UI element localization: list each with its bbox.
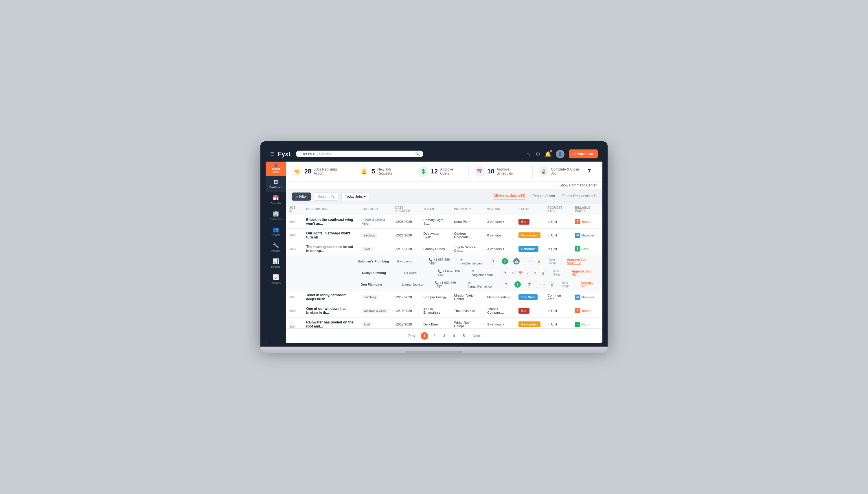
sidebar-item-tenant-jobs[interactable]: 👤 TenantJobs xyxy=(266,162,286,176)
tenants-icon: 👥 xyxy=(273,226,279,233)
dollar-icon[interactable]: $ xyxy=(514,281,521,288)
filter-by-button[interactable]: Filter by ▾ xyxy=(300,152,317,156)
sidebar-item-properties[interactable]: 🏢 Properties xyxy=(266,208,286,224)
table-row: 6066 Toilet in lobby bathroom keeps flus… xyxy=(286,290,602,304)
new-requests-icon: 🔔 xyxy=(359,166,369,177)
cell-status: Site Visit xyxy=(515,290,544,304)
col-status: STATUS xyxy=(515,204,544,215)
hamburger-icon[interactable]: ☰ xyxy=(270,151,274,157)
filter-button[interactable]: ≡ Filter xyxy=(292,192,311,201)
dollar-icon[interactable]: $ xyxy=(502,258,508,265)
cell-date: 12/18/2020 xyxy=(392,242,420,255)
next-page-button[interactable]: Next → xyxy=(470,332,487,339)
tab-all-active-jobs[interactable]: All Active Jobs (35) xyxy=(494,194,525,200)
table-row: 6065 One of our windows has broken in th… xyxy=(286,304,602,317)
calendar-action-icon[interactable]: 📅 xyxy=(513,258,520,265)
today-jobs-button[interactable]: Today Jobs ▾ xyxy=(341,192,370,201)
approve-site-visit-link[interactable]: Approve Site Visit xyxy=(572,269,599,276)
checkmark-icon[interactable]: ✓ xyxy=(521,258,527,265)
sidebar-item-vendors[interactable]: 🔧 Vendors xyxy=(266,239,286,255)
cell-description: E-lock in the southeast wing won't ac... xyxy=(303,215,358,228)
cell-category: Windows & Glass xyxy=(358,304,392,317)
stat-jobs-requiring-action[interactable]: 👋 28 Jobs Requiring Action xyxy=(292,165,353,178)
prev-page-button[interactable]: ← Prev xyxy=(401,332,418,339)
col-vendor: VENDOR xyxy=(484,204,515,215)
search-toolbar[interactable]: Search 🔍 xyxy=(314,192,339,201)
jobs-table-container: JOB ID DESCRIPTION CATEGORY DATE CREATED… xyxy=(286,204,602,328)
notifications-icon[interactable]: 🔔 xyxy=(545,151,551,157)
calendar-action-icon[interactable]: 📅 xyxy=(526,281,532,288)
stats-bar: 👋 28 Jobs Requiring Action 🔔 5 New Job R… xyxy=(286,162,602,182)
sidebar-item-dashboard[interactable]: ⊞ Dashboard xyxy=(266,176,286,192)
cell-job-id: 6066 xyxy=(286,290,303,304)
page-number-1[interactable]: 1 xyxy=(421,332,428,340)
status-requested-button[interactable]: Requested xyxy=(519,232,541,238)
cell-vendor: Meier Plumbing xyxy=(484,290,515,304)
page-number-4[interactable]: 4 xyxy=(450,332,458,340)
cell-vendor: 3 vendors▾ xyxy=(484,242,515,255)
pin-icon[interactable]: 📍 xyxy=(503,281,509,288)
approve-bid-link[interactable]: Approve Bid xyxy=(580,281,599,288)
approve-job-schedule-link[interactable]: Approve Job Schedule xyxy=(567,258,599,265)
tabs-right: All Active Jobs (35) Require Action Tena… xyxy=(494,194,597,200)
vendor-expanded-row-1: Soloman's Plumbing Ray Lewis 📞 +1 657-88… xyxy=(286,255,602,267)
vendor-action-icons: 📍 — $ — 📅 ✓ ✎ 🔒 xyxy=(490,258,542,265)
status-requested-button[interactable]: Requested xyxy=(519,321,541,327)
cell-date: 12/15/2020 xyxy=(392,304,420,317)
cell-category: Doors & Locks & Keys xyxy=(358,215,392,228)
settings-icon[interactable]: ⚙ xyxy=(536,151,540,157)
checkmark-icon[interactable]: ✓ xyxy=(534,281,540,288)
page-number-5[interactable]: 5 xyxy=(460,332,468,340)
stat-number-complete-close: 7 xyxy=(587,168,591,175)
pin-icon[interactable]: 📍 xyxy=(502,270,508,276)
command-center-bar: ⌄ Show Command Center xyxy=(286,182,602,189)
lock-action-icon[interactable]: 🔒 xyxy=(540,270,546,276)
pin-icon[interactable]: 📍 xyxy=(490,258,496,265)
sidebar-item-reports[interactable]: 📊 Reports xyxy=(266,255,286,271)
search-bar[interactable]: Filter by ▾ 🔍 xyxy=(296,151,423,157)
cell-property: Toyota Service Cen... xyxy=(451,242,484,255)
cell-tenant: Ad Lib Enterprises xyxy=(420,304,451,317)
calendar-action-icon[interactable]: 📅 xyxy=(517,270,523,276)
edit-icon[interactable]: ✎ xyxy=(528,258,535,265)
stat-approve-schedules[interactable]: 📅 10 Approve Schedules xyxy=(469,165,532,178)
stat-label-jobs-action: Jobs Requiring Action xyxy=(314,167,347,175)
avatar[interactable]: 👤 xyxy=(556,150,564,158)
stat-approve-costs[interactable]: 💲 12 Approve Costs xyxy=(412,165,469,178)
page-number-2[interactable]: 2 xyxy=(431,332,438,340)
stat-number-jobs-action: 28 xyxy=(304,168,311,175)
cell-status: Bid xyxy=(515,215,544,228)
expand-icon[interactable]: ⤡ xyxy=(527,151,531,157)
lock-action-icon[interactable]: 🔒 xyxy=(536,258,542,265)
status-sitevisit-button[interactable]: Site Visit xyxy=(519,294,538,300)
status-schedule-button[interactable]: Schedule xyxy=(519,246,539,252)
cell-billable: B Both xyxy=(572,242,602,255)
lock-action-icon[interactable]: 🔒 xyxy=(548,281,555,288)
checkmark-icon[interactable]: ✓ xyxy=(525,270,531,276)
stat-new-job-requests[interactable]: 🔔 5 New Job Requests xyxy=(353,165,412,178)
sidebar-item-analytics[interactable]: 📈 Analytics xyxy=(266,271,286,287)
edit-icon[interactable]: ✎ xyxy=(541,281,547,288)
cell-date: 12/28/2020 xyxy=(392,215,420,228)
cell-billable: M Manager xyxy=(572,228,602,242)
sidebar-item-calendar[interactable]: 📅 Calendar xyxy=(266,192,286,208)
dollar-icon[interactable]: $ xyxy=(509,270,516,276)
cell-billable: M Manager xyxy=(572,290,602,304)
laptop-base xyxy=(260,347,608,353)
cell-property: Mission Viejo Center xyxy=(451,290,484,304)
page-number-3[interactable]: 3 xyxy=(440,332,448,340)
tab-tenant-responsible[interactable]: Tenant Responsible(5) xyxy=(562,194,597,199)
edit-icon[interactable]: ✎ xyxy=(532,270,539,276)
cell-description: One of our windows has broken in th... xyxy=(303,304,358,317)
cell-property: The Leviathan xyxy=(451,304,484,317)
create-job-button[interactable]: Create Job xyxy=(569,149,598,158)
show-command-center-link[interactable]: ⌄ Show Command Center xyxy=(556,183,597,187)
cell-date: 12/22/2020 xyxy=(392,228,420,242)
search-icon: 🔍 xyxy=(415,152,420,156)
stat-complete-close-job[interactable]: 🔒 Complete & Close Job 7 xyxy=(533,165,597,178)
tab-require-action[interactable]: Require Action xyxy=(532,194,555,199)
status-bid-button[interactable]: Bid xyxy=(519,308,529,314)
search-input[interactable] xyxy=(319,152,414,156)
status-bid-button[interactable]: Bid xyxy=(519,219,529,225)
sidebar-item-tenants[interactable]: 👥 Tenants xyxy=(266,224,286,239)
